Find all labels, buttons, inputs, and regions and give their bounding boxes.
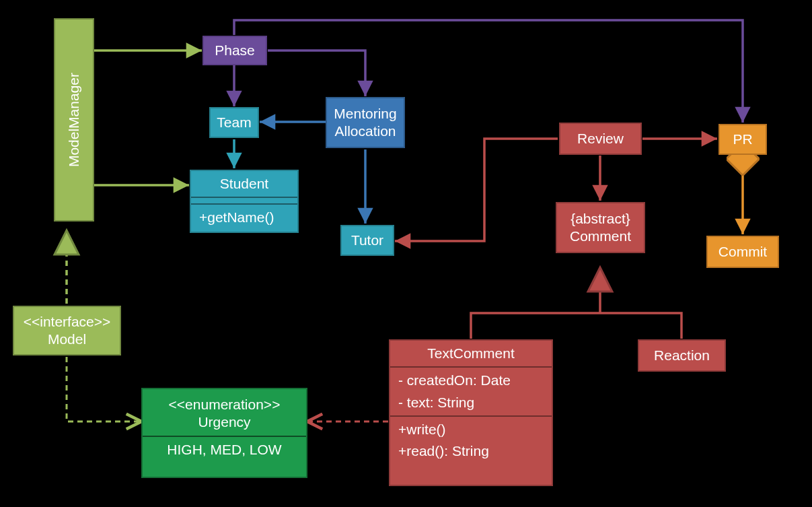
textcomment-m1: +write() [390, 417, 552, 442]
urgency-title: Urgency [151, 413, 298, 431]
student-title: Student [191, 171, 297, 197]
node-comment: {abstract} Comment [556, 202, 645, 253]
node-review: Review [559, 123, 642, 155]
commit-label: Commit [718, 243, 767, 261]
edge-review-tutor [395, 139, 558, 241]
textcomment-f2: - text: String [390, 394, 552, 415]
review-label: Review [577, 130, 624, 147]
reaction-label: Reaction [654, 347, 710, 364]
node-reaction: Reaction [638, 339, 726, 372]
edge-model-urgency [67, 357, 140, 421]
pr-label: PR [733, 131, 752, 148]
tutor-label: Tutor [351, 232, 383, 249]
team-label: Team [217, 114, 251, 131]
modelmanager-label: ModelManager [65, 73, 83, 167]
mentoring-l2: Allocation [334, 123, 396, 140]
textcomment-title: TextComment [390, 341, 552, 366]
node-urgency: <<enumeration>> Urgency HIGH, MED, LOW [141, 388, 307, 478]
edge-gen-horizontal [471, 313, 681, 339]
node-model: <<interface>> Model [13, 306, 121, 356]
node-pr: PR [718, 124, 767, 155]
node-tutor: Tutor [340, 225, 394, 256]
student-method: +getName() [191, 205, 297, 230]
edge-phase-pr [234, 20, 743, 123]
phase-label: Phase [215, 42, 255, 59]
model-stereo: <<interface>> [24, 313, 111, 331]
urgency-stereo: <<enumeration>> [151, 396, 298, 413]
node-textcomment: TextComment - createdOn: Date - text: St… [389, 339, 553, 486]
node-mentoring: Mentoring Allocation [326, 97, 405, 148]
node-team: Team [209, 107, 259, 138]
node-modelmanager: ModelManager [54, 18, 94, 222]
model-title: Model [48, 331, 86, 348]
node-phase: Phase [202, 36, 267, 65]
comment-stereo: {abstract} [570, 210, 630, 228]
node-student: Student +getName() [190, 170, 299, 233]
node-commit: Commit [706, 236, 779, 268]
textcomment-f1: - createdOn: Date [390, 368, 552, 393]
mentoring-l1: Mentoring [334, 105, 396, 123]
comment-title: Comment [570, 228, 631, 245]
textcomment-m2: +read(): String [390, 442, 552, 464]
urgency-values: HIGH, MED, LOW [143, 437, 306, 463]
edge-phase-mentoring [268, 50, 365, 96]
